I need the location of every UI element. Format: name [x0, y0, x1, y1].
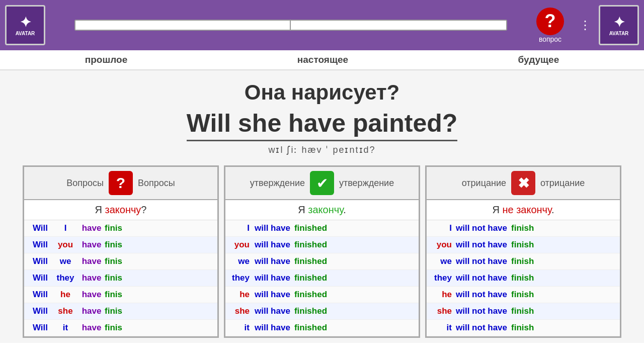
questions-rows: Will I have finis Will you have finis Wi…	[24, 220, 217, 336]
table-row: Will it have finis	[24, 320, 217, 336]
table-row: I will not have finish	[427, 220, 620, 237]
nav-tabs-container: прошлое настоящее будущее	[0, 54, 644, 65]
header-right: ? вопрос ⋮ ✦ AVATAR	[536, 5, 639, 45]
table-row: you will have finished	[225, 237, 419, 253]
cross-icon[interactable]: ✖	[511, 171, 535, 195]
nav-tab-past[interactable]: прошлое	[85, 54, 128, 65]
avatar-right-label: AVATAR	[609, 31, 629, 36]
progress-bar[interactable]	[74, 20, 507, 31]
nav-tab-future[interactable]: будущее	[518, 54, 559, 65]
table-row: he will not have finish	[427, 287, 620, 303]
table-row: you will not have finish	[427, 237, 620, 253]
question-icon[interactable]: ?	[109, 171, 133, 195]
negation-col-header: отрицание ✖ отрицание	[427, 167, 620, 200]
table-row: Will they have finis	[24, 270, 217, 287]
negation-column: отрицание ✖ отрицание Я не закончу. I wi…	[425, 165, 621, 338]
questions-col-header: Вопросы ? Вопросы	[24, 167, 217, 200]
table-row: she will not have finish	[427, 303, 620, 320]
vopros-label: вопрос	[539, 35, 561, 43]
check-icon[interactable]: ✔	[310, 171, 334, 195]
negation-label-left: отрицание	[462, 178, 506, 189]
nav-tab-present[interactable]: настоящее	[297, 54, 348, 65]
table-row: he will have finished	[225, 287, 419, 303]
affirmative-subtitle: Я закончу.	[225, 200, 419, 220]
negation-rows: I will not have finish you will not have…	[427, 220, 620, 336]
columns-container: Вопросы ? Вопросы Я закончу? Will I have…	[0, 165, 644, 338]
affirmative-rows: I will have finished you will have finis…	[225, 220, 419, 336]
negation-label-right: отрицание	[540, 178, 585, 189]
phonetic: wɪl ʃiː hæv ˈ peɪntɪd?	[0, 144, 644, 155]
table-row: it will not have finish	[427, 320, 620, 336]
avatar-right-logo[interactable]: ✦ AVATAR	[599, 5, 639, 45]
negation-subtitle: Я не закончу.	[427, 200, 620, 220]
table-row: they will not have finish	[427, 270, 620, 287]
avatar-left-logo[interactable]: ✦ AVATAR	[5, 5, 45, 45]
header: ✦ AVATAR ? вопрос ⋮ ✦ AVATAR	[0, 0, 644, 50]
table-row: we will not have finish	[427, 253, 620, 270]
affirmative-column: утверждение ✔ утверждение Я закончу. I w…	[224, 165, 420, 338]
question-button[interactable]: ?	[536, 8, 564, 35]
menu-button[interactable]: ⋮	[579, 18, 591, 32]
table-row: it will have finished	[225, 320, 419, 336]
table-row: Will he have finis	[24, 287, 217, 303]
russian-title: Она нарисует?	[0, 80, 644, 105]
nav-bar: прошлое настоящее будущее	[0, 50, 644, 70]
affirmative-col-header: утверждение ✔ утверждение	[225, 167, 419, 200]
table-row: I will have finished	[225, 220, 419, 237]
affirmative-label-right: утверждение	[339, 178, 394, 189]
table-row: Will I have finis	[24, 220, 217, 237]
affirmative-label-left: утверждение	[250, 178, 305, 189]
table-row: she will have finished	[225, 303, 419, 320]
table-row: we will have finished	[225, 253, 419, 270]
questions-subtitle: Я закончу?	[24, 200, 217, 220]
table-row: they will have finished	[225, 270, 419, 287]
table-row: Will we have finis	[24, 253, 217, 270]
questions-label-left: Вопросы	[66, 178, 104, 189]
progress-bar-right	[291, 21, 506, 30]
questions-column: Вопросы ? Вопросы Я закончу? Will I have…	[23, 165, 219, 338]
main-content: Она нарисует? Will she have painted? wɪl…	[0, 70, 644, 343]
table-row: Will you have finis	[24, 237, 217, 253]
english-title: Will she have painted?	[187, 109, 458, 141]
progress-bar-left	[75, 21, 291, 30]
table-row: Will she have finis	[24, 303, 217, 320]
header-center	[45, 20, 536, 31]
avatar-left-label: AVATAR	[16, 31, 35, 36]
questions-label-right: Вопросы	[138, 178, 175, 189]
